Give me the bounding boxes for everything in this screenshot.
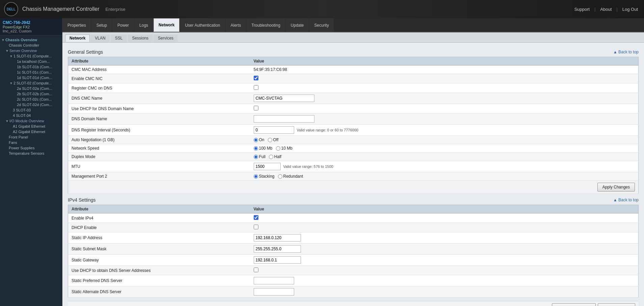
input-text-3[interactable] [254, 95, 314, 102]
ipv4-back-to-top[interactable]: ▲ Back to top [613, 198, 639, 202]
checkbox-1[interactable] [254, 76, 258, 80]
about-link[interactable]: About [598, 7, 614, 12]
sub-tab-ssl[interactable]: SSL [111, 34, 127, 42]
table-row: DNS Domain Name [68, 113, 639, 125]
sidebar-item-2[interactable]: ▼Server Overview [0, 48, 62, 53]
input-number-6[interactable] [254, 126, 294, 134]
tab-alerts[interactable]: Alerts [226, 18, 246, 32]
input-text-2[interactable] [254, 234, 301, 241]
sidebar-item-6[interactable]: 1c SLOT-01c (Com... [0, 70, 62, 75]
radio-8-10 Mb[interactable] [276, 146, 280, 151]
sidebar-item-12[interactable]: 2d SLOT-02d (Com... [0, 102, 62, 107]
sub-tab-vlan[interactable]: VLAN [90, 34, 110, 42]
general-back-to-top[interactable]: ▲ Back to top [613, 50, 639, 54]
table-row: Static Alternate DNS Server [68, 286, 639, 298]
input-text-6[interactable] [254, 277, 294, 284]
val-cell-5[interactable] [250, 266, 639, 275]
sidebar-item-8[interactable]: ▼2 SLOT-02 (Compute... [0, 80, 62, 86]
val-cell-3[interactable] [250, 93, 639, 104]
tab-user-auth[interactable]: User Authentication [180, 18, 225, 32]
checkbox-1[interactable] [254, 225, 258, 229]
input-text-3[interactable] [254, 245, 301, 253]
general-settings-header: General Settings ▲ Back to top [68, 49, 639, 55]
logout-link[interactable]: Log Out [620, 7, 640, 12]
val-cell-8[interactable]: 100 Mb10 Mb [250, 144, 639, 153]
ipv4-apply-changes-button[interactable]: Apply Changes [598, 303, 635, 306]
val-cell-6[interactable] [250, 275, 639, 286]
val-cell-2[interactable] [250, 232, 639, 244]
sidebar-item-9[interactable]: 2a SLOT-02a (Com... [0, 86, 62, 91]
checkbox-0[interactable] [254, 215, 258, 220]
tab-setup[interactable]: Setup [91, 18, 112, 32]
radio-11-Redundant[interactable] [278, 174, 282, 179]
tab-power[interactable]: Power [112, 18, 134, 32]
sidebar-item-7[interactable]: 1d SLOT-01d (Com... [0, 75, 62, 80]
checkbox-5[interactable] [254, 267, 258, 272]
radio-7-On[interactable] [254, 138, 258, 142]
sidebar-item-5[interactable]: 1b SLOT-01b (Com... [0, 64, 62, 70]
sub-tab-services[interactable]: Services [153, 34, 178, 42]
ipv4-col-value: Value [250, 205, 639, 213]
general-col-attribute: Attribute [68, 57, 250, 66]
checkbox-4[interactable] [254, 106, 258, 110]
sidebar-item-11[interactable]: 2c SLOT-02c (Com... [0, 97, 62, 102]
input-text-5[interactable] [254, 115, 314, 123]
attr-cell-7: Auto Negotiation (1 GB) [68, 136, 250, 144]
sidebar-item-15[interactable]: ▼I/O Module Overview [0, 118, 62, 124]
attr-cell-4: Static Gateway [68, 255, 250, 266]
sidebar-item-16[interactable]: A1 Gigabit Ethernet [0, 124, 62, 129]
tab-update[interactable]: Update [286, 18, 309, 32]
radio-7-Off[interactable] [268, 138, 272, 142]
radio-9-Full[interactable] [254, 155, 258, 159]
val-cell-7[interactable] [250, 286, 639, 298]
val-cell-0[interactable] [250, 213, 639, 223]
val-cell-1[interactable] [250, 223, 639, 232]
cmc-name: CMC-756-J942 [3, 20, 59, 25]
sidebar-item-19[interactable]: Fans [0, 140, 62, 145]
radio-9-Half[interactable] [269, 155, 273, 159]
table-row: Static Preferred DNS Server [68, 275, 639, 286]
val-cell-5[interactable] [250, 113, 639, 125]
val-cell-1[interactable] [250, 74, 639, 83]
sidebar-item-3[interactable]: ▼1 SLOT-01 (Compute... [0, 53, 62, 59]
sidebar-item-14[interactable]: 4 SLOT-04 [0, 113, 62, 118]
val-cell-9[interactable]: FullHalf [250, 153, 639, 161]
sidebar-item-0[interactable]: ▼Chassis Overview [0, 37, 62, 43]
tab-properties[interactable]: Properties [62, 18, 91, 32]
val-cell-10[interactable]: Valid value range: 576 to 1500 [250, 161, 639, 172]
val-cell-6[interactable]: Valid value range: 0 or 60 to 7776000 [250, 125, 639, 136]
sidebar-item-13[interactable]: 3 SLOT-03 [0, 107, 62, 113]
content-area: General Settings ▲ Back to top Attribute… [62, 43, 644, 306]
sub-tab-network[interactable]: Network [65, 34, 90, 42]
radio-8-100 Mb[interactable] [254, 146, 258, 151]
support-link[interactable]: Support [572, 7, 592, 12]
sub-tab-sessions[interactable]: Sessions [128, 34, 153, 42]
sidebar-item-18[interactable]: Front Panel [0, 134, 62, 140]
tab-security[interactable]: Security [309, 18, 334, 32]
val-cell-2[interactable] [250, 83, 639, 93]
tab-network[interactable]: Network [153, 18, 179, 32]
val-cell-4[interactable] [250, 104, 639, 113]
general-apply-changes-button[interactable]: Apply Changes [597, 183, 635, 192]
sidebar-item-4[interactable]: 1a localhost (Com... [0, 59, 62, 64]
sidebar-item-17[interactable]: A2 Gigabit Ethernet [0, 129, 62, 134]
sidebar-item-20[interactable]: Power Supplies [0, 145, 62, 151]
layout: CMC-756-J942 PowerEdge FX2 lmc_e22, Cust… [0, 18, 644, 306]
val-cell-4[interactable] [250, 255, 639, 266]
table-row: Auto Negotiation (1 GB)OnOff [68, 136, 639, 144]
radio-11-Stacking[interactable] [254, 174, 258, 179]
sidebar-item-21[interactable]: Temperature Sensors [0, 151, 62, 156]
checkbox-2[interactable] [254, 85, 258, 90]
val-cell-7[interactable]: OnOff [250, 136, 639, 144]
sidebar-item-1[interactable]: Chassis Controller [0, 43, 62, 48]
input-number-10[interactable] [254, 163, 281, 170]
advanced-settings-button[interactable]: Advanced Settings [552, 303, 596, 306]
sidebar-item-10[interactable]: 2b SLOT-02b (Com... [0, 91, 62, 97]
input-text-4[interactable] [254, 256, 301, 264]
val-cell-11[interactable]: StackingRedundant [250, 172, 639, 181]
input-text-7[interactable] [254, 288, 294, 296]
attr-cell-2: Static IP Address [68, 232, 250, 244]
tab-logs[interactable]: Logs [134, 18, 153, 32]
tab-troubleshooting[interactable]: Troubleshooting [246, 18, 285, 32]
val-cell-3[interactable] [250, 244, 639, 255]
